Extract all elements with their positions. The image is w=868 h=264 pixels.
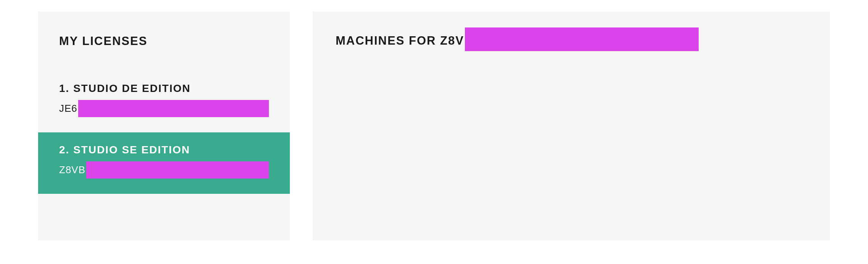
license-item-1[interactable]: 1. STUDIO DE EDITION JE6 (38, 71, 290, 132)
licenses-title: MY LICENSES (59, 34, 269, 48)
machines-header-row: MACHINES FOR Z8V (336, 31, 807, 51)
machines-panel: MACHINES FOR Z8V (313, 11, 830, 240)
license-item-1-key-prefix: JE6 (59, 103, 77, 114)
license-item-1-key-row: JE6 (59, 100, 269, 117)
licenses-header: MY LICENSES (38, 11, 290, 71)
license-item-2-key-prefix: Z8VB (59, 164, 85, 176)
main-container: MY LICENSES 1. STUDIO DE EDITION JE6 2. … (0, 0, 868, 252)
licenses-panel: MY LICENSES 1. STUDIO DE EDITION JE6 2. … (38, 11, 290, 240)
machines-title: MACHINES FOR Z8V (336, 34, 464, 48)
license-item-1-key-redaction (78, 100, 269, 117)
machines-title-redaction (465, 27, 699, 51)
license-item-2[interactable]: 2. STUDIO SE EDITION Z8VB (38, 132, 290, 194)
license-item-2-title: 2. STUDIO SE EDITION (59, 144, 269, 156)
license-item-1-title: 1. STUDIO DE EDITION (59, 82, 269, 95)
license-item-2-key-row: Z8VB (59, 161, 269, 179)
license-item-2-key-redaction (86, 161, 269, 179)
